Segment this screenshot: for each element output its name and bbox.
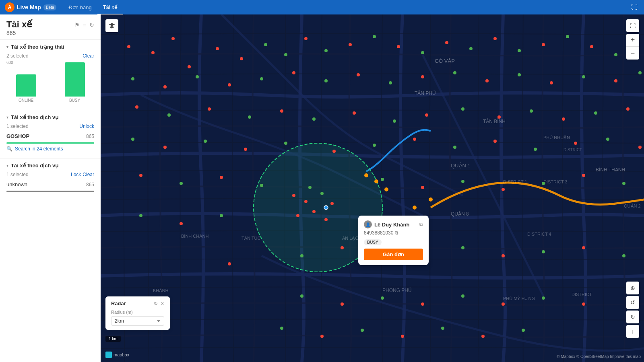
svg-point-75 — [626, 107, 630, 111]
tilt-button[interactable]: ↓ — [626, 325, 639, 338]
fullscreen-map-button[interactable]: ⛶ — [626, 19, 639, 32]
svg-point-98 — [542, 182, 545, 185]
svg-point-35 — [445, 41, 448, 44]
map-layers-button[interactable] — [105, 19, 118, 32]
svg-text:AN LẠC: AN LẠC — [342, 236, 358, 241]
goshop-count: 865 — [86, 134, 94, 139]
section-service-unlock-title: Tài xế theo dịch vụ — [11, 114, 58, 120]
svg-point-113 — [308, 186, 312, 189]
svg-text:DISTRICT 1: DISTRICT 1 — [503, 179, 527, 184]
chevron-icon: ▾ — [6, 163, 8, 168]
svg-point-22 — [151, 51, 155, 54]
phone-copy-icon[interactable]: ⧉ — [395, 230, 398, 236]
section-service-unlock-header[interactable]: ▾ Tài xế theo dịch vụ — [6, 114, 94, 120]
radar-actions: ↻ ✕ — [154, 301, 164, 306]
filter-flag-icon[interactable]: ⚑ — [74, 22, 80, 28]
online-label: ONLINE — [19, 98, 33, 103]
online-bar[interactable] — [16, 74, 36, 97]
svg-point-120 — [341, 246, 344, 249]
svg-text:TÂN PHÚ: TÂN PHÚ — [415, 90, 436, 96]
svg-point-24 — [188, 65, 191, 68]
svg-text:QUẬN 1: QUẬN 1 — [451, 162, 471, 169]
svg-text:PHÚ NHUẬN: PHÚ NHUẬN — [543, 135, 570, 140]
search-elements-button[interactable]: 🔍 Search in 24 elements — [6, 144, 94, 154]
section-by-service-unlock: ▾ Tài xế theo dịch vụ 1 selected Unlock … — [0, 110, 101, 158]
map-controls-bottom-right: ⊕ ↺ ↻ ↓ — [626, 282, 639, 338]
radius-select[interactable]: 500m 1km 2km 5km 10km — [111, 316, 164, 326]
svg-point-21 — [127, 45, 130, 48]
svg-point-65 — [280, 109, 283, 113]
goshop-service-item[interactable]: GOSHOP 865 — [6, 131, 94, 144]
radar-refresh-button[interactable]: ↻ — [154, 301, 158, 306]
section-by-status-header[interactable]: ▾ Tài xế theo trạng thái — [6, 44, 94, 50]
sidebar-title: Tài xế — [6, 19, 32, 30]
svg-point-85 — [493, 140, 497, 143]
svg-point-23 — [171, 37, 175, 40]
svg-point-131 — [421, 302, 424, 306]
lock-button[interactable]: Lock — [71, 172, 81, 177]
search-elements-label: Search in 24 elements — [15, 146, 63, 152]
svg-point-61 — [135, 105, 138, 109]
svg-point-76 — [131, 138, 134, 141]
svg-text:DISTRICT: DISTRICT — [564, 148, 582, 152]
compass-button[interactable]: ⊕ — [626, 282, 639, 294]
svg-point-95 — [421, 186, 424, 189]
beta-badge: Beta — [43, 4, 57, 10]
driver-popup: 👤 Lê Duy Khánh ⧉ 84938881030 ⧉ BUSY Gán … — [358, 216, 429, 265]
logo-icon: A — [5, 2, 14, 12]
svg-point-128 — [300, 294, 303, 298]
radar-title: Radar — [111, 300, 126, 306]
svg-point-32 — [373, 35, 376, 38]
svg-point-96 — [461, 180, 464, 183]
svg-text:QUẬN 2: QUẬN 2 — [624, 204, 641, 209]
scale-label: 1 km — [109, 337, 118, 341]
busy-bar[interactable] — [65, 62, 85, 97]
bar-online[interactable]: ONLINE — [6, 74, 45, 103]
svg-point-81 — [332, 150, 336, 153]
svg-point-133 — [502, 302, 505, 306]
assign-order-button[interactable]: Gán đơn — [364, 249, 423, 260]
rotate-right-button[interactable]: ↻ — [626, 311, 639, 323]
map-container[interactable]: GÒ VÂP TÂN PHÚ TÂN BÌNH PHÚ NHUẬN DISTRI… — [101, 14, 644, 362]
svg-point-97 — [502, 188, 505, 191]
copy-icon[interactable]: ⧉ — [419, 222, 423, 227]
sidebar-header: Tài xế 865 ⚑ ≡ ↻ — [0, 14, 101, 40]
fullscreen-button[interactable]: ⛶ — [630, 2, 639, 12]
svg-text:BÌNH CHÁNH: BÌNH CHÁNH — [181, 234, 209, 239]
svg-point-89 — [638, 146, 642, 149]
status-clear-button[interactable]: Clear — [83, 53, 94, 59]
svg-text:GÒ VÂP: GÒ VÂP — [435, 58, 455, 64]
unlock-button[interactable]: Unlock — [79, 123, 94, 129]
svg-point-101 — [413, 206, 417, 210]
section-service-status-header[interactable]: ▾ Tài xế theo dịch vụ — [6, 162, 94, 169]
unknown-status-name: unknown — [6, 181, 27, 187]
map-attribution: © Mapbox © OpenStreetMap Improve this ma… — [557, 354, 641, 359]
unknown-status-item[interactable]: unknown 865 — [6, 179, 94, 192]
radar-header: Radar ↻ ✕ — [111, 300, 164, 306]
driver-popup-header: 👤 Lê Duy Khánh ⧉ — [364, 220, 423, 228]
svg-point-80 — [284, 142, 287, 145]
svg-point-50 — [324, 79, 328, 82]
svg-point-60 — [638, 71, 642, 74]
map-controls-top-right: ⛶ + − — [626, 19, 639, 60]
radar-close-button[interactable]: ✕ — [160, 301, 164, 306]
mapbox-label: mapbox — [114, 352, 129, 357]
svg-point-112 — [324, 218, 328, 221]
svg-point-48 — [260, 77, 263, 80]
rotate-left-button[interactable]: ↺ — [626, 296, 639, 309]
nav-item-drivers[interactable]: Tài xế — [97, 0, 123, 14]
unknown-status-count: 865 — [86, 182, 94, 187]
svg-point-28 — [284, 53, 287, 56]
svg-point-130 — [381, 296, 384, 300]
svg-point-37 — [493, 37, 497, 40]
service-status-clear-button[interactable]: Clear — [83, 172, 94, 177]
nav-item-orders[interactable]: Đơn hàng — [63, 0, 97, 14]
bar-busy[interactable]: BUSY — [55, 62, 94, 103]
svg-point-27 — [264, 43, 267, 46]
svg-point-91 — [180, 182, 183, 185]
zoom-out-button[interactable]: − — [626, 47, 639, 60]
refresh-icon[interactable]: ↻ — [89, 22, 94, 28]
zoom-in-button[interactable]: + — [626, 34, 639, 47]
svg-point-58 — [582, 75, 585, 78]
filter-lines-icon[interactable]: ≡ — [83, 22, 86, 28]
